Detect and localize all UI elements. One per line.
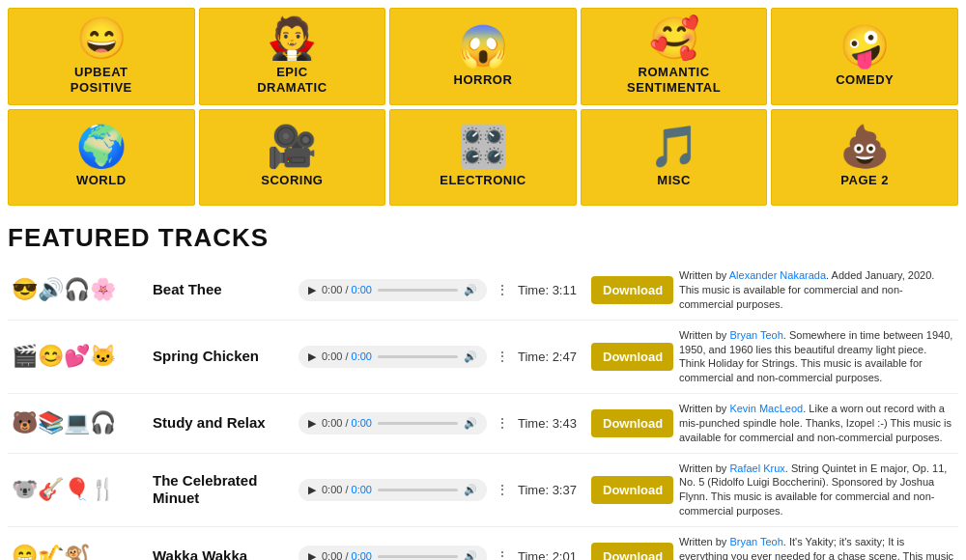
- genre-label-electronic: ELECTRONIC: [440, 173, 526, 188]
- track-icons-spring-chicken: 🎬😊💕🐱: [12, 344, 147, 369]
- genre-cell-world[interactable]: 🌍WORLD: [8, 109, 195, 206]
- track-row-study-and-relax: 🐻📚💻🎧Study and Relax▶0:00 / 0:00🔊⋮Time: 3…: [8, 394, 958, 454]
- genre-emoji-romantic-sentimental: 🥰: [649, 18, 699, 59]
- track-name-wakka-wakka: Wakka Wakka: [153, 547, 293, 560]
- track-icons-celebrated-minuet: 🐨🎸🎈🍴: [12, 477, 147, 502]
- genre-cell-scoring[interactable]: 🎥SCORING: [199, 109, 386, 206]
- track-description-wakka-wakka: Written by Bryan Teoh. It's Yakity; it's…: [679, 535, 954, 560]
- play-button-celebrated-minuet[interactable]: ▶: [308, 484, 316, 496]
- genre-emoji-page2: 💩: [839, 126, 890, 167]
- genre-label-scoring: SCORING: [261, 173, 323, 188]
- genre-cell-page2[interactable]: 💩PAGE 2: [771, 109, 958, 206]
- download-button-wakka-wakka[interactable]: Download: [591, 543, 673, 560]
- genre-label-epic-dramatic: EPIC DRAMATIC: [257, 65, 327, 95]
- genre-emoji-world: 🌍: [76, 126, 127, 167]
- play-button-study-and-relax[interactable]: ▶: [308, 417, 316, 430]
- track-row-celebrated-minuet: 🐨🎸🎈🍴The Celebrated Minuet▶0:00 / 0:00🔊⋮T…: [8, 454, 958, 527]
- tracks-container: 😎🔊🎧🌸Beat Thee▶0:00 / 0:00🔊⋮Time: 3:11Dow…: [8, 261, 958, 560]
- genre-label-page2: PAGE 2: [840, 173, 889, 188]
- play-button-beat-thee[interactable]: ▶: [308, 284, 316, 296]
- track-name-spring-chicken: Spring Chicken: [153, 348, 293, 365]
- track-duration-wakka-wakka: Time: 2:01: [518, 549, 585, 560]
- track-description-spring-chicken: Written by Bryan Teoh. Somewhere in time…: [679, 328, 954, 385]
- genre-label-romantic-sentimental: ROMANTIC SENTIMENTAL: [627, 65, 721, 95]
- genre-cell-horror[interactable]: 😱HORROR: [389, 8, 577, 105]
- genre-label-upbeat-positive: UPBEAT POSITIVE: [71, 65, 132, 95]
- genre-label-world: WORLD: [76, 173, 127, 188]
- track-duration-spring-chicken: Time: 2:47: [518, 350, 585, 364]
- more-button-wakka-wakka[interactable]: ⋮: [496, 548, 509, 560]
- time-display-wakka-wakka: 0:00 / 0:00: [322, 550, 372, 560]
- track-row-wakka-wakka: 😁🎷🐒Wakka Wakka▶0:00 / 0:00🔊⋮Time: 2:01Do…: [8, 527, 958, 560]
- track-row-spring-chicken: 🎬😊💕🐱Spring Chicken▶0:00 / 0:00🔊⋮Time: 2:…: [8, 321, 958, 394]
- genre-emoji-epic-dramatic: 🧛: [267, 18, 317, 59]
- genre-label-misc: MISC: [657, 173, 691, 188]
- featured-title: FEATURED TRACKS: [8, 223, 958, 253]
- genre-cell-comedy[interactable]: 🤪COMEDY: [771, 8, 958, 105]
- genre-emoji-comedy: 🤪: [839, 26, 890, 67]
- download-button-celebrated-minuet[interactable]: Download: [591, 476, 673, 504]
- volume-icon-spring-chicken[interactable]: 🔊: [464, 350, 477, 363]
- more-button-beat-thee[interactable]: ⋮: [496, 282, 509, 297]
- progress-bar-wakka-wakka[interactable]: [378, 555, 458, 558]
- genre-emoji-upbeat-positive: 😄: [76, 18, 127, 59]
- track-icons-beat-thee: 😎🔊🎧🌸: [12, 277, 147, 302]
- genre-emoji-horror: 😱: [458, 26, 508, 67]
- more-button-spring-chicken[interactable]: ⋮: [496, 349, 509, 364]
- play-button-wakka-wakka[interactable]: ▶: [308, 550, 316, 560]
- genre-cell-electronic[interactable]: 🎛️ELECTRONIC: [389, 109, 577, 206]
- track-description-study-and-relax: Written by Kevin MacLeod. Like a worn ou…: [679, 402, 954, 445]
- progress-bar-celebrated-minuet[interactable]: [378, 489, 458, 491]
- genre-emoji-scoring: 🎥: [267, 126, 317, 167]
- volume-icon-study-and-relax[interactable]: 🔊: [464, 417, 477, 430]
- track-player-beat-thee: ▶0:00 / 0:00🔊: [298, 279, 487, 301]
- track-description-beat-thee: Written by Alexander Nakarada. Added Jan…: [679, 268, 954, 312]
- play-button-spring-chicken[interactable]: ▶: [308, 350, 316, 363]
- time-display-beat-thee: 0:00 / 0:00: [322, 284, 372, 295]
- volume-icon-beat-thee[interactable]: 🔊: [464, 284, 477, 296]
- progress-bar-spring-chicken[interactable]: [378, 355, 458, 358]
- featured-section: FEATURED TRACKS 😎🔊🎧🌸Beat Thee▶0:00 / 0:0…: [0, 213, 966, 560]
- track-name-celebrated-minuet: The Celebrated Minuet: [153, 472, 293, 507]
- download-button-study-and-relax[interactable]: Download: [591, 409, 673, 437]
- track-duration-beat-thee: Time: 3:11: [518, 283, 585, 297]
- time-display-study-and-relax: 0:00 / 0:00: [322, 417, 372, 429]
- track-duration-study-and-relax: Time: 3:43: [518, 416, 585, 431]
- volume-icon-celebrated-minuet[interactable]: 🔊: [464, 484, 477, 496]
- track-description-celebrated-minuet: Written by Rafael Krux. String Quintet i…: [679, 462, 954, 518]
- time-display-celebrated-minuet: 0:00 / 0:00: [322, 484, 372, 495]
- genre-grid: 😄UPBEAT POSITIVE🧛EPIC DRAMATIC😱HORROR🥰RO…: [0, 0, 966, 213]
- more-button-celebrated-minuet[interactable]: ⋮: [496, 482, 509, 497]
- genre-cell-misc[interactable]: 🎵MISC: [581, 109, 768, 206]
- genre-cell-epic-dramatic[interactable]: 🧛EPIC DRAMATIC: [199, 8, 386, 105]
- genre-cell-upbeat-positive[interactable]: 😄UPBEAT POSITIVE: [8, 8, 195, 105]
- track-player-celebrated-minuet: ▶0:00 / 0:00🔊: [298, 479, 487, 501]
- track-name-beat-thee: Beat Thee: [153, 281, 293, 298]
- time-display-spring-chicken: 0:00 / 0:00: [322, 350, 372, 362]
- genre-emoji-electronic: 🎛️: [458, 126, 508, 167]
- download-button-spring-chicken[interactable]: Download: [591, 343, 673, 371]
- more-button-study-and-relax[interactable]: ⋮: [496, 415, 509, 431]
- progress-bar-beat-thee[interactable]: [378, 289, 458, 292]
- track-icons-wakka-wakka: 😁🎷🐒: [12, 544, 147, 560]
- track-player-spring-chicken: ▶0:00 / 0:00🔊: [298, 346, 487, 368]
- track-player-study-and-relax: ▶0:00 / 0:00🔊: [298, 412, 487, 434]
- genre-label-comedy: COMEDY: [836, 72, 894, 88]
- volume-icon-wakka-wakka[interactable]: 🔊: [464, 550, 477, 560]
- genre-emoji-misc: 🎵: [649, 126, 699, 167]
- track-name-study-and-relax: Study and Relax: [153, 414, 293, 432]
- track-player-wakka-wakka: ▶0:00 / 0:00🔊: [298, 546, 487, 560]
- track-icons-study-and-relax: 🐻📚💻🎧: [12, 410, 147, 435]
- progress-bar-study-and-relax[interactable]: [378, 422, 458, 425]
- download-button-beat-thee[interactable]: Download: [591, 276, 673, 304]
- track-row-beat-thee: 😎🔊🎧🌸Beat Thee▶0:00 / 0:00🔊⋮Time: 3:11Dow…: [8, 261, 958, 321]
- track-duration-celebrated-minuet: Time: 3:37: [518, 483, 585, 497]
- genre-label-horror: HORROR: [454, 72, 513, 88]
- genre-cell-romantic-sentimental[interactable]: 🥰ROMANTIC SENTIMENTAL: [581, 8, 768, 105]
